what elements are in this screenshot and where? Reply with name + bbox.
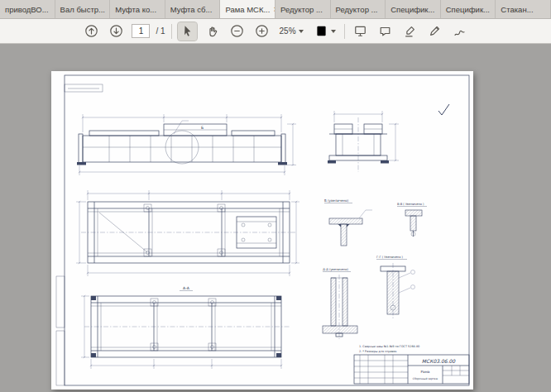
- zoom-level-label: 25%: [280, 26, 296, 36]
- tab-mufta-2[interactable]: Муфта сб...: [165, 0, 221, 18]
- toolbar-separator: [344, 24, 345, 39]
- tab-stakan[interactable]: Стакан...: [496, 0, 551, 18]
- page-count-label: / 1: [156, 26, 165, 36]
- toolbar-separator: [171, 24, 172, 39]
- svg-text:2. * Размеры для справок: 2. * Размеры для справок: [359, 350, 397, 353]
- title-block: МСК03.06.00 Рама Сборочный чертеж: [354, 355, 469, 384]
- zoom-level-dropdown[interactable]: 25%: [277, 25, 306, 37]
- tab-mufta-1[interactable]: Муфта ко...: [110, 0, 165, 18]
- tab-label: Муфта ко...: [115, 5, 156, 14]
- tab-label: Стакан...: [501, 5, 533, 14]
- sheet-frame: [56, 75, 469, 385]
- view-end: [328, 111, 399, 172]
- tab-label: Рама МСК...: [225, 5, 270, 14]
- tab-label: Специфик...: [446, 5, 490, 14]
- sign-button[interactable]: [450, 22, 469, 41]
- pen-icon: [428, 24, 442, 38]
- svg-text:Д-Д (увеличено): Д-Д (увеличено): [323, 268, 348, 271]
- drawing-notes: 1. Сварные швы №1-№9 по ГОСТ 5264-80 2. …: [359, 345, 419, 353]
- section-gg: Г-Г ( Увеличено ): [376, 256, 415, 319]
- tab-privod[interactable]: приводВО...: [0, 0, 55, 18]
- comment-button[interactable]: [376, 22, 395, 41]
- hand-tool-button[interactable]: [203, 22, 222, 41]
- detail-b: Б (увеличено): [324, 198, 372, 246]
- draw-button[interactable]: [425, 22, 444, 41]
- plus-circle-icon: [255, 24, 269, 38]
- cursor-icon: [180, 24, 194, 38]
- tab-label: Редуктор ...: [336, 5, 378, 14]
- page-view-icon: [314, 24, 328, 38]
- svg-text:1. Сварные швы №1-№9 по ГОСТ 5: 1. Сварные швы №1-№9 по ГОСТ 5264-80: [359, 345, 419, 348]
- tab-label: Специфик...: [390, 5, 434, 14]
- chevron-down-icon: [299, 30, 304, 33]
- svg-text:Б (увеличено): Б (увеличено): [324, 198, 349, 203]
- arrow-up-circle-icon: [84, 24, 98, 38]
- tab-label: Редуктор ...: [280, 5, 323, 14]
- screen-icon: [353, 24, 367, 38]
- svg-text:Г-Г ( Увеличено ): Г-Г ( Увеличено ): [376, 256, 404, 259]
- main-toolbar: 1 / 1 25%: [0, 19, 551, 44]
- acrobat-window: приводВО... Вал быстр... Муфта ко... Муф…: [0, 0, 551, 392]
- section-dd: Д-Д (увеличено): [323, 268, 357, 339]
- svg-text:Рама: Рама: [421, 370, 430, 374]
- speech-bubble-icon: [378, 24, 392, 38]
- hand-icon: [205, 24, 219, 38]
- svg-text:А-А: А-А: [183, 286, 190, 290]
- approval-checkmark: [438, 104, 449, 115]
- pdf-page: Б: [51, 71, 473, 390]
- engineering-drawing: Б: [51, 71, 473, 390]
- presentation-mode-button[interactable]: [351, 22, 370, 41]
- tab-label: Вал быстр...: [60, 5, 105, 14]
- svg-text:Б: Б: [201, 126, 204, 130]
- tab-specifik-2[interactable]: Специфик...: [441, 0, 496, 18]
- tab-reduktor-1[interactable]: Редуктор ...: [276, 0, 331, 18]
- document-tabbar: приводВО... Вал быстр... Муфта ко... Муф…: [0, 0, 551, 19]
- signature-icon: [453, 24, 467, 38]
- page-number-input[interactable]: 1: [132, 24, 150, 38]
- select-tool-button[interactable]: [178, 22, 197, 41]
- section-vv: В-В ( Увеличено ): [397, 203, 427, 237]
- minus-circle-icon: [230, 24, 244, 38]
- tab-val[interactable]: Вал быстр...: [55, 0, 111, 18]
- arrow-down-circle-icon: [109, 24, 123, 38]
- view-plan: [76, 190, 299, 276]
- highlight-button[interactable]: [400, 22, 419, 41]
- tab-label: приводВО...: [5, 5, 49, 14]
- next-page-button[interactable]: [107, 22, 126, 41]
- tab-specifik-1[interactable]: Специфик...: [386, 0, 441, 18]
- previous-page-button[interactable]: [82, 22, 101, 41]
- zoom-out-button[interactable]: [228, 22, 247, 41]
- zoom-in-button[interactable]: [252, 22, 271, 41]
- chevron-down-icon: [331, 30, 336, 33]
- tab-reduktor-2[interactable]: Редуктор ...: [331, 0, 386, 18]
- svg-text:МСК03.06.00: МСК03.06.00: [422, 358, 457, 364]
- view-section-aa: А-А: [81, 286, 290, 369]
- tab-rama-active[interactable]: Рама МСК... ×: [220, 0, 276, 18]
- highlighter-icon: [403, 24, 417, 38]
- tab-close-icon[interactable]: ×: [270, 5, 276, 14]
- svg-text:В-В ( Увеличено ): В-В ( Увеличено ): [397, 203, 424, 206]
- tab-label: Муфта сб...: [170, 5, 213, 14]
- document-viewport[interactable]: Б: [0, 44, 551, 392]
- svg-text:Сборочный чертеж: Сборочный чертеж: [413, 377, 438, 380]
- page-display-dropdown[interactable]: [312, 22, 338, 40]
- view-front-elevation: Б: [77, 114, 296, 175]
